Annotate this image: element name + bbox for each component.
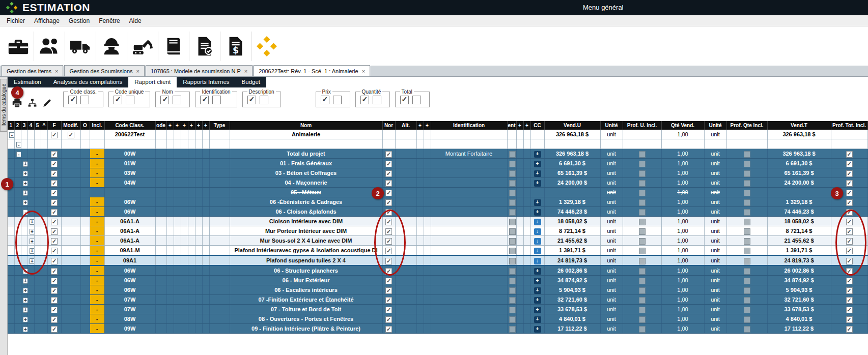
tab-close-icon[interactable]: × — [55, 69, 58, 74]
table-row[interactable]: +-09A1Plafond suspendu tuiles 2 X 4↓24 8… — [8, 255, 867, 265]
prof-q-checkbox[interactable] — [744, 180, 750, 187]
cc-compile-icon[interactable]: + — [534, 278, 541, 284]
col-header-p9[interactable]: + — [516, 121, 523, 130]
table-row[interactable]: +-04W04 - Maçonnerie+24 200,00 $unit1,00… — [8, 178, 867, 188]
col-header-p7[interactable]: + — [416, 121, 424, 130]
expand-toggle[interactable]: - — [16, 142, 21, 147]
menu-affichage[interactable]: Affichage — [30, 16, 64, 25]
table-row[interactable]: - — [8, 139, 867, 149]
table-row[interactable]: +-06A1-AMur Sous-sol 2 X 4 Laine avec DI… — [8, 236, 867, 246]
f-checkbox[interactable] — [51, 297, 58, 304]
prof-u-checkbox[interactable] — [639, 326, 646, 333]
subtab-rapports-internes[interactable]: Rapports Internes — [177, 77, 235, 87]
prof-q-checkbox[interactable] — [744, 297, 750, 304]
f-checkbox[interactable] — [51, 180, 58, 187]
ent-checkbox[interactable] — [509, 248, 516, 254]
prof-u-checkbox[interactable] — [639, 199, 646, 206]
col-header-incl[interactable]: Incl. — [90, 121, 104, 130]
prof-u-checkbox[interactable] — [639, 297, 646, 304]
cc-import-icon[interactable]: ↓ — [534, 248, 541, 254]
col-header-ode[interactable]: ode — [155, 121, 166, 130]
prof-u-checkbox[interactable] — [639, 278, 646, 284]
prof-u-checkbox[interactable] — [639, 170, 646, 177]
menu-gestion[interactable]: Gestion — [64, 16, 94, 25]
nor-checkbox[interactable] — [385, 307, 392, 313]
prof-tot-checkbox[interactable] — [846, 161, 853, 167]
cc-compile-icon[interactable]: + — [534, 268, 541, 275]
table-row[interactable]: +-07W07 - Toiture et Bord de Toit+33 678… — [8, 305, 867, 314]
prof-tot-checkbox[interactable] — [846, 278, 853, 284]
nor-checkbox[interactable] — [385, 151, 392, 158]
expand-toggle[interactable]: + — [23, 317, 28, 322]
col-header-code[interactable]: Code Class. — [104, 121, 155, 130]
cc-compile-icon[interactable]: + — [534, 326, 541, 333]
col-header-ident[interactable]: Identification — [431, 121, 507, 130]
col-header-p8[interactable]: + — [424, 121, 431, 130]
prof-q-checkbox[interactable] — [744, 209, 750, 216]
nor-checkbox[interactable] — [385, 287, 392, 294]
table-row[interactable]: +-06W06 -Ébénisterie & Cadrages+1 329,18… — [8, 197, 867, 207]
prof-tot-checkbox[interactable] — [846, 326, 853, 333]
table-row[interactable]: -200622TestAnimalerie326 963,18 $unit1,0… — [8, 130, 867, 139]
filter-checkbox-off[interactable] — [260, 96, 268, 104]
nor-checkbox[interactable] — [385, 326, 392, 333]
prof-u-checkbox[interactable] — [639, 287, 646, 294]
cc-compile-icon[interactable]: + — [534, 297, 541, 304]
brand-icon[interactable] — [251, 32, 282, 61]
menu-fen-tre[interactable]: Fenêtre — [94, 16, 124, 25]
ent-checkbox[interactable] — [509, 258, 516, 264]
filter-checkbox-off[interactable] — [412, 96, 421, 104]
tab-gestion-des-items[interactable]: Gestion des items× — [2, 65, 63, 76]
table-row[interactable]: +-06W06 - Mur Extérieur+34 874,92 $unit1… — [8, 276, 867, 285]
f-checkbox[interactable] — [51, 326, 58, 333]
modif-checkbox[interactable] — [68, 132, 74, 138]
ent-checkbox[interactable] — [509, 209, 516, 216]
f-checkbox[interactable] — [51, 228, 58, 235]
ent-checkbox[interactable] — [509, 326, 516, 333]
col-header-caret[interactable]: ^ — [41, 121, 47, 130]
prof-u-checkbox[interactable] — [639, 316, 646, 323]
table-row[interactable]: --06W06 - Cloison &plafonds+74 446,23 $u… — [8, 207, 867, 217]
cc-compile-icon[interactable]: + — [534, 316, 541, 323]
nor-checkbox[interactable] — [385, 170, 392, 177]
col-header-vt[interactable]: Vend.T — [767, 121, 831, 130]
prof-u-checkbox[interactable] — [639, 268, 646, 275]
prof-tot-checkbox[interactable] — [846, 170, 853, 177]
prof-q-checkbox[interactable] — [744, 326, 750, 333]
prof-u-checkbox[interactable] — [639, 209, 646, 216]
prof-q-checkbox[interactable] — [744, 170, 750, 177]
expand-toggle[interactable]: - — [9, 132, 14, 138]
prof-q-checkbox[interactable] — [744, 268, 750, 275]
nor-checkbox[interactable] — [385, 199, 392, 206]
side-tab-items-catalogue[interactable]: Items du catalogue — [0, 79, 7, 132]
ent-checkbox[interactable] — [509, 219, 516, 225]
menu-aide[interactable]: Aide — [125, 16, 146, 25]
prof-q-checkbox[interactable] — [744, 190, 750, 196]
col-header-p3[interactable]: + — [181, 121, 188, 130]
prof-q-checkbox[interactable] — [744, 248, 750, 254]
cc-compile-icon[interactable]: + — [534, 287, 541, 294]
table-row[interactable]: +-06W06 - Structure planchers+26 002,86 … — [8, 265, 867, 276]
tab-close-icon[interactable]: × — [136, 69, 139, 74]
prof-u-checkbox[interactable] — [639, 219, 646, 225]
expand-toggle[interactable]: + — [23, 327, 28, 332]
f-checkbox[interactable] — [51, 151, 58, 158]
col-header-p6[interactable]: + — [202, 121, 209, 130]
prof-q-checkbox[interactable] — [744, 278, 750, 284]
cc-import-icon[interactable]: ↓ — [534, 238, 541, 245]
prof-u-checkbox[interactable] — [639, 180, 646, 187]
tab-gestion-des-soumissions[interactable]: Gestion des Soumissions× — [64, 65, 145, 76]
col-header-c1[interactable]: 1 — [8, 121, 14, 130]
prof-tot-checkbox[interactable] — [846, 297, 853, 304]
filter-checkbox-on[interactable] — [114, 96, 122, 104]
prof-u-checkbox[interactable] — [639, 228, 646, 235]
prof-q-checkbox[interactable] — [744, 219, 750, 225]
ent-checkbox[interactable] — [509, 287, 516, 294]
col-header-qv[interactable]: Qté Vend. — [661, 121, 704, 130]
expand-toggle[interactable]: + — [23, 181, 28, 186]
table-row[interactable]: +-06A1-ACloison intérieure avec DIM↓18 0… — [8, 217, 867, 226]
worker-icon[interactable] — [96, 32, 127, 61]
nor-checkbox[interactable] — [385, 278, 392, 284]
col-header-c3[interactable]: 3 — [21, 121, 27, 130]
pencil-icon[interactable] — [42, 98, 52, 108]
